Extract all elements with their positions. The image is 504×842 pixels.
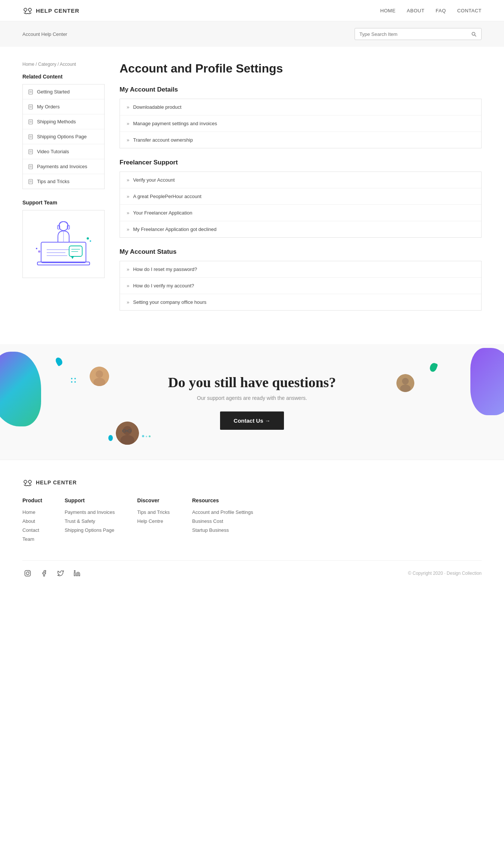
svg-rect-16	[29, 149, 33, 154]
svg-marker-33	[71, 256, 74, 259]
breadcrumb-category[interactable]: Category	[38, 62, 56, 67]
footer-product-home[interactable]: Home	[22, 509, 42, 515]
main-nav: HELP CENTER HOME ABOUT FAQ CONTACT	[0, 0, 504, 21]
logo-icon	[22, 7, 33, 14]
footer-resources-startup[interactable]: Startup Business	[192, 527, 253, 533]
svg-point-60	[29, 571, 30, 572]
subheader: Account Help Center	[0, 21, 504, 47]
list-item-2-1[interactable]: How do I verify my account?	[120, 278, 481, 294]
footer-col-resources: Resources Account and Profile Settings B…	[192, 497, 253, 545]
search-input[interactable]	[359, 31, 471, 37]
svg-point-52	[402, 378, 409, 385]
sidebar-list: Getting Started My Orders Shipping Metho…	[22, 84, 105, 189]
footer-resources-business[interactable]: Business Cost	[192, 518, 253, 524]
nav-home[interactable]: HOME	[380, 8, 396, 13]
footer-col-support: Support Payments and Invoices Trust & Sa…	[65, 497, 115, 545]
svg-point-43	[96, 370, 103, 378]
section-title-0: My Account Details	[120, 86, 482, 93]
small-blob-2	[429, 362, 438, 373]
list-item-0-0[interactable]: Downloadable product	[120, 99, 481, 115]
footer-bottom: © Copyright 2020 · Design Collection	[22, 560, 482, 579]
social-icons	[22, 568, 82, 579]
svg-point-38	[87, 237, 89, 240]
footer-resources-account[interactable]: Account and Profile Settings	[192, 509, 253, 515]
footer-support-trust[interactable]: Trust & Safety	[65, 518, 115, 524]
logo[interactable]: HELP CENTER	[22, 7, 80, 14]
copyright: © Copyright 2020 · Design Collection	[408, 571, 482, 576]
main-container: Home / Category / Account Related Conten…	[0, 47, 504, 329]
footer-col-product: Product Home About Contact Team	[22, 497, 42, 545]
sidebar-item-shipping-methods[interactable]: Shipping Methods	[23, 114, 104, 129]
list-item-0-2[interactable]: Transfer account ownership	[120, 132, 481, 148]
doc-icon-5	[28, 149, 33, 154]
svg-point-41	[36, 248, 37, 249]
list-item-1-3[interactable]: My Freelancer Application got declined	[120, 221, 481, 237]
footer-product-contact[interactable]: Contact	[22, 527, 42, 533]
svg-rect-4	[29, 90, 33, 94]
section-0-list: Downloadable product Manage payment sett…	[120, 99, 482, 148]
sidebar-label-getting-started: Getting Started	[37, 89, 69, 95]
cta-subtitle: Our support agents are ready with the an…	[22, 395, 482, 401]
breadcrumb-current: Account	[60, 62, 76, 67]
list-item-1-0[interactable]: Verify your Account	[120, 172, 481, 188]
cta-section: Do you still have questions? Our support…	[0, 344, 504, 460]
sidebar-item-video-tutorials[interactable]: Video Tutorials	[23, 144, 104, 159]
facebook-icon[interactable]	[39, 568, 49, 579]
linkedin-icon[interactable]	[72, 568, 82, 579]
dots-decor-2	[142, 435, 151, 437]
support-team-title: Support Team	[22, 200, 105, 206]
blob-left	[0, 352, 41, 426]
sidebar-label-my-orders: My Orders	[37, 104, 60, 110]
footer-col-discover: Discover Tips and Tricks Help Centre	[137, 497, 170, 545]
footer-support-payments[interactable]: Payments and Invoices	[65, 509, 115, 515]
breadcrumb: Home / Category / Account	[22, 62, 105, 67]
svg-rect-61	[74, 573, 75, 576]
logo-text: HELP CENTER	[36, 7, 80, 14]
footer-logo: HELP CENTER	[22, 479, 482, 486]
sidebar-item-getting-started[interactable]: Getting Started	[23, 84, 104, 99]
footer-support-shipping[interactable]: Shipping Options Page	[65, 527, 115, 533]
list-item-0-1[interactable]: Manage payment settings and invoices	[120, 115, 481, 132]
list-item-1-2[interactable]: Your Freelancer Application	[120, 205, 481, 221]
footer-product-team[interactable]: Team	[22, 536, 42, 542]
footer-discover-help[interactable]: Help Centre	[137, 518, 170, 524]
doc-icon-7	[28, 179, 33, 184]
svg-point-39	[90, 240, 91, 242]
section-1-list: Verify your Account A great PeoplePerHou…	[120, 172, 482, 238]
sidebar-label-tips: Tips and Tricks	[37, 179, 69, 184]
breadcrumb-home[interactable]: Home	[22, 62, 34, 67]
instagram-icon[interactable]	[22, 568, 33, 579]
section-2-list: How do I reset my password? How do I ver…	[120, 261, 482, 311]
sidebar-item-my-orders[interactable]: My Orders	[23, 99, 104, 114]
avatar-1	[90, 367, 109, 386]
list-item-2-2[interactable]: Setting your company office hours	[120, 294, 481, 310]
footer-col-resources-title: Resources	[192, 497, 253, 503]
contact-us-button[interactable]: Contact Us →	[220, 411, 284, 430]
list-item-1-1[interactable]: A great PeoplePerHour account	[120, 188, 481, 205]
svg-rect-19	[29, 164, 33, 169]
doc-icon-6	[28, 164, 33, 169]
support-illustration	[34, 218, 93, 270]
support-box	[22, 210, 105, 278]
footer-product-about[interactable]: About	[22, 518, 42, 524]
sidebar-label-shipping-methods: Shipping Methods	[37, 119, 76, 124]
sidebar-item-shipping-options[interactable]: Shipping Options Page	[23, 129, 104, 144]
dots-decor-1	[71, 378, 76, 383]
sidebar-item-payments[interactable]: Payments and Invoices	[23, 159, 104, 174]
nav-faq[interactable]: FAQ	[436, 8, 446, 13]
doc-icon-2	[28, 104, 33, 110]
nav-about[interactable]: ABOUT	[407, 8, 424, 13]
twitter-icon[interactable]	[55, 568, 66, 579]
nav-contact[interactable]: CONTACT	[457, 8, 482, 13]
footer-discover-tips[interactable]: Tips and Tricks	[137, 509, 170, 515]
small-blob-3	[108, 435, 113, 441]
content-area: Account and Profile Settings My Account …	[120, 62, 482, 314]
svg-point-1	[28, 8, 31, 11]
footer-col-discover-title: Discover	[137, 497, 170, 503]
list-item-2-0[interactable]: How do I reset my password?	[120, 261, 481, 278]
svg-rect-13	[29, 135, 33, 139]
svg-rect-7	[29, 105, 33, 109]
page-title: Account and Profile Settings	[120, 62, 482, 75]
sidebar-item-tips[interactable]: Tips and Tricks	[23, 174, 104, 189]
svg-point-40	[38, 250, 40, 253]
